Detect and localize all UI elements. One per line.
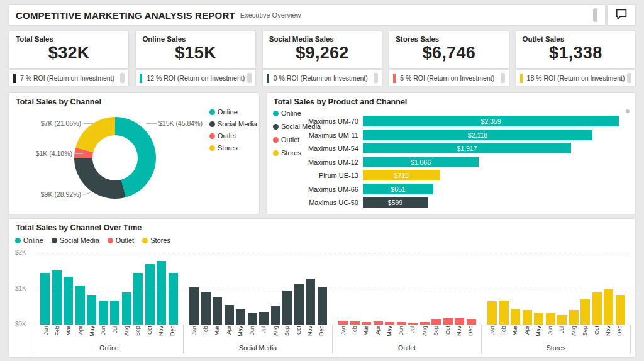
time-legend-item[interactable]: Social Media bbox=[52, 236, 99, 244]
time-bar[interactable] bbox=[225, 305, 234, 325]
time-bar[interactable] bbox=[282, 291, 292, 325]
time-bar[interactable] bbox=[236, 309, 245, 325]
time-bar[interactable] bbox=[145, 264, 155, 325]
time-bar[interactable] bbox=[557, 315, 567, 325]
time-bar[interactable] bbox=[455, 318, 464, 325]
product-bar[interactable]: $1,917 bbox=[363, 143, 571, 153]
time-bar[interactable] bbox=[592, 292, 602, 325]
kpi-card[interactable]: Social Media Sales$9,2620 % ROI (Return … bbox=[263, 31, 382, 86]
kpi-roi-strip: 5 % ROI (Return on Investment) bbox=[389, 70, 508, 86]
time-bar[interactable] bbox=[259, 312, 269, 325]
kpi-card[interactable]: Outlet Sales$1,33818 % ROI (Return on In… bbox=[516, 31, 635, 86]
roi-scrollbar[interactable] bbox=[501, 73, 505, 83]
time-bar[interactable] bbox=[110, 301, 119, 325]
time-bar[interactable] bbox=[64, 277, 73, 325]
time-bar[interactable] bbox=[99, 301, 108, 325]
donut-legend-item[interactable]: Online bbox=[209, 108, 257, 116]
kpi-card[interactable]: Stores Sales$6,7465 % ROI (Return on Inv… bbox=[389, 31, 508, 86]
legend-label: Online bbox=[23, 236, 43, 244]
donut-legend: OnlineSocial MediaOutletStores bbox=[209, 108, 257, 152]
donut-legend-item[interactable]: Social Media bbox=[209, 120, 257, 128]
product-bar-row: Maximus UM-70$2,359 bbox=[267, 116, 619, 126]
legend-dot bbox=[209, 109, 215, 115]
product-bar-row: Pirum UE-13$715 bbox=[267, 170, 440, 181]
time-bar[interactable] bbox=[52, 270, 62, 325]
month-label: Apr bbox=[522, 326, 531, 343]
time-bar[interactable] bbox=[569, 310, 579, 325]
time-bar[interactable] bbox=[431, 319, 441, 325]
time-bar[interactable] bbox=[213, 297, 222, 325]
kpi-title: Online Sales bbox=[142, 35, 248, 43]
donut-legend-item[interactable]: Stores bbox=[209, 144, 257, 152]
time-bar[interactable] bbox=[122, 292, 131, 325]
time-group-axis: JanFebMarAprMayJunJulAugSepOctNovDecStor… bbox=[482, 325, 631, 353]
product-bar[interactable]: $2,359 bbox=[363, 116, 619, 126]
roi-scrollbar[interactable] bbox=[374, 73, 378, 83]
time-legend-item[interactable]: Stores bbox=[142, 236, 170, 244]
kpi-card[interactable]: Online Sales$15K12 % ROI (Return on Inve… bbox=[136, 31, 255, 86]
time-bar[interactable] bbox=[201, 292, 211, 325]
panel-scrollbar-dot[interactable] bbox=[626, 109, 630, 113]
time-bar[interactable] bbox=[616, 295, 625, 325]
month-label-text: Mar bbox=[512, 326, 518, 336]
time-bar[interactable] bbox=[546, 313, 555, 325]
time-bar[interactable] bbox=[604, 289, 613, 325]
time-bar[interactable] bbox=[87, 295, 96, 325]
time-bar[interactable] bbox=[511, 309, 520, 325]
time-bar[interactable] bbox=[580, 299, 590, 325]
report-subtitle: Executive Overview bbox=[240, 11, 301, 19]
time-bar[interactable] bbox=[169, 273, 178, 325]
month-label: Aug bbox=[122, 326, 131, 343]
month-label: Apr bbox=[373, 326, 382, 343]
time-bar[interactable] bbox=[75, 286, 85, 325]
time-bar[interactable] bbox=[157, 261, 166, 325]
product-bar[interactable]: $651 bbox=[363, 184, 433, 194]
time-bar[interactable] bbox=[248, 313, 257, 325]
donut-chart[interactable] bbox=[74, 117, 156, 199]
time-bar[interactable] bbox=[534, 313, 543, 325]
roi-scrollbar[interactable] bbox=[247, 73, 252, 83]
product-bar[interactable]: $599 bbox=[363, 197, 428, 208]
month-label-text: Sep bbox=[135, 326, 141, 336]
roi-text: 5 % ROI (Return on Investment) bbox=[400, 74, 494, 82]
time-bar[interactable] bbox=[487, 301, 497, 325]
month-label-text: Jan bbox=[191, 326, 197, 335]
time-bar[interactable] bbox=[40, 273, 50, 325]
month-label-text: Dec bbox=[616, 326, 623, 336]
roi-scrollbar[interactable] bbox=[627, 73, 631, 83]
time-bar[interactable] bbox=[189, 287, 199, 325]
time-legend-item[interactable]: Online bbox=[15, 236, 43, 244]
comment-button[interactable] bbox=[608, 5, 635, 25]
time-bar[interactable] bbox=[443, 318, 453, 325]
product-bar[interactable]: $2,118 bbox=[363, 130, 592, 140]
time-bar[interactable] bbox=[271, 306, 280, 325]
month-label: Jul bbox=[110, 326, 119, 343]
time-bar[interactable] bbox=[523, 310, 532, 325]
leader-line bbox=[84, 123, 94, 124]
roi-text: 0 % ROI (Return on Investment) bbox=[274, 74, 368, 82]
product-bar[interactable]: $1,066 bbox=[363, 157, 479, 167]
time-bar[interactable] bbox=[499, 301, 509, 325]
time-group-axis: JanFebMarAprMayJunJulAugSepOctNovDecOnli… bbox=[35, 325, 184, 353]
donut-legend-item[interactable]: Outlet bbox=[209, 132, 257, 140]
roi-text: 18 % ROI (Return on Investment) bbox=[527, 74, 625, 82]
month-label-text: Apr bbox=[524, 326, 530, 335]
month-label: Sep bbox=[133, 326, 143, 343]
roi-scrollbar[interactable] bbox=[120, 73, 125, 83]
header-scrollbar[interactable] bbox=[593, 8, 597, 22]
time-bar[interactable] bbox=[294, 284, 304, 325]
month-label-text: Feb bbox=[203, 326, 209, 336]
month-label: Sep bbox=[431, 326, 441, 343]
month-label-text: Jul bbox=[558, 326, 565, 333]
time-legend-item[interactable]: Outlet bbox=[108, 236, 134, 244]
time-bar[interactable] bbox=[306, 279, 315, 325]
product-bar[interactable]: $715 bbox=[363, 170, 440, 181]
time-bar[interactable] bbox=[318, 287, 327, 325]
time-bar[interactable] bbox=[133, 273, 143, 325]
time-group-stores: JanFebMarAprMayJunJulAugSepOctNovDecStor… bbox=[482, 253, 631, 353]
kpi-card[interactable]: Total Sales$32K7 % ROI (Return on Invest… bbox=[9, 31, 128, 86]
legend-label: Online bbox=[218, 108, 238, 116]
month-label: Feb bbox=[52, 326, 62, 343]
bar-value-label: $1,917 bbox=[457, 145, 477, 152]
time-bar[interactable] bbox=[467, 319, 476, 325]
